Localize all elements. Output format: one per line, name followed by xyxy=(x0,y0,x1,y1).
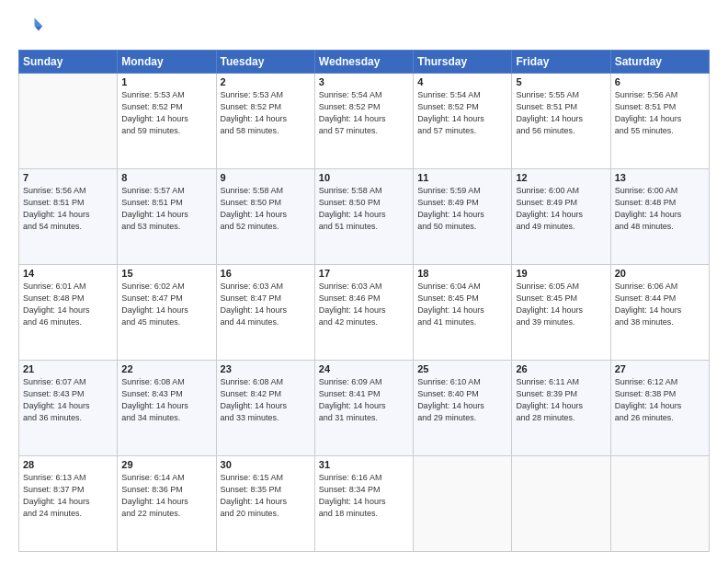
day-info: Sunrise: 6:07 AM Sunset: 8:43 PM Dayligh… xyxy=(23,376,113,424)
day-info: Sunrise: 5:54 AM Sunset: 8:52 PM Dayligh… xyxy=(417,89,507,137)
day-number: 6 xyxy=(615,76,705,87)
calendar-header-sunday: Sunday xyxy=(19,51,118,74)
day-info: Sunrise: 6:03 AM Sunset: 8:47 PM Dayligh… xyxy=(221,281,311,328)
calendar-header-saturday: Saturday xyxy=(610,51,709,74)
day-number: 27 xyxy=(615,363,705,374)
day-number: 15 xyxy=(121,268,211,279)
calendar-cell: 22Sunrise: 6:08 AM Sunset: 8:43 PM Dayli… xyxy=(118,361,216,456)
day-number: 18 xyxy=(417,268,507,279)
day-number: 2 xyxy=(221,76,311,87)
calendar-cell: 29Sunrise: 6:14 AM Sunset: 8:36 PM Dayli… xyxy=(118,456,216,552)
day-info: Sunrise: 5:56 AM Sunset: 8:51 PM Dayligh… xyxy=(23,185,113,233)
day-info: Sunrise: 6:13 AM Sunset: 8:37 PM Dayligh… xyxy=(23,472,113,520)
day-number: 11 xyxy=(417,172,507,183)
day-number: 14 xyxy=(23,268,113,279)
calendar-cell: 24Sunrise: 6:09 AM Sunset: 8:41 PM Dayli… xyxy=(314,361,413,456)
day-info: Sunrise: 5:58 AM Sunset: 8:50 PM Dayligh… xyxy=(221,185,311,233)
day-info: Sunrise: 6:05 AM Sunset: 8:45 PM Dayligh… xyxy=(516,281,606,328)
day-info: Sunrise: 6:09 AM Sunset: 8:41 PM Dayligh… xyxy=(319,376,409,424)
day-number: 1 xyxy=(121,76,211,87)
day-number: 28 xyxy=(23,459,113,470)
day-info: Sunrise: 5:55 AM Sunset: 8:51 PM Dayligh… xyxy=(516,89,606,137)
day-number: 8 xyxy=(121,172,211,183)
calendar-cell: 17Sunrise: 6:03 AM Sunset: 8:46 PM Dayli… xyxy=(314,265,413,361)
calendar-cell: 11Sunrise: 5:59 AM Sunset: 8:49 PM Dayli… xyxy=(414,169,512,265)
calendar-header-tuesday: Tuesday xyxy=(216,51,314,74)
calendar-cell: 7Sunrise: 5:56 AM Sunset: 8:51 PM Daylig… xyxy=(19,169,118,265)
day-number: 4 xyxy=(417,76,507,87)
day-number: 12 xyxy=(516,172,606,183)
day-info: Sunrise: 6:11 AM Sunset: 8:39 PM Dayligh… xyxy=(516,376,606,424)
day-number: 16 xyxy=(221,268,311,279)
day-number: 20 xyxy=(615,268,705,279)
calendar-cell: 23Sunrise: 6:08 AM Sunset: 8:42 PM Dayli… xyxy=(216,361,314,456)
day-number: 26 xyxy=(516,363,606,374)
day-number: 24 xyxy=(319,363,409,374)
calendar-header-monday: Monday xyxy=(118,51,216,74)
day-number: 7 xyxy=(23,172,113,183)
day-info: Sunrise: 5:53 AM Sunset: 8:52 PM Dayligh… xyxy=(221,89,311,137)
day-number: 17 xyxy=(319,268,409,279)
calendar-cell: 3Sunrise: 5:54 AM Sunset: 8:52 PM Daylig… xyxy=(314,74,413,169)
calendar-cell: 15Sunrise: 6:02 AM Sunset: 8:47 PM Dayli… xyxy=(118,265,216,361)
day-info: Sunrise: 6:04 AM Sunset: 8:45 PM Dayligh… xyxy=(417,281,507,328)
day-info: Sunrise: 5:54 AM Sunset: 8:52 PM Dayligh… xyxy=(319,89,409,137)
day-info: Sunrise: 6:16 AM Sunset: 8:34 PM Dayligh… xyxy=(319,472,409,520)
day-info: Sunrise: 6:12 AM Sunset: 8:38 PM Dayligh… xyxy=(615,376,705,424)
day-number: 22 xyxy=(121,363,211,374)
day-number: 25 xyxy=(417,363,507,374)
day-info: Sunrise: 6:06 AM Sunset: 8:44 PM Dayligh… xyxy=(615,281,705,328)
calendar-cell xyxy=(414,456,512,552)
calendar-cell: 26Sunrise: 6:11 AM Sunset: 8:39 PM Dayli… xyxy=(512,361,610,456)
day-number: 29 xyxy=(121,459,211,470)
calendar-cell xyxy=(610,456,709,552)
day-number: 30 xyxy=(221,459,311,470)
day-number: 3 xyxy=(319,76,409,87)
calendar-cell: 27Sunrise: 6:12 AM Sunset: 8:38 PM Dayli… xyxy=(610,361,709,456)
day-info: Sunrise: 6:02 AM Sunset: 8:47 PM Dayligh… xyxy=(121,281,211,328)
calendar-table: SundayMondayTuesdayWednesdayThursdayFrid… xyxy=(18,50,710,552)
calendar-cell: 31Sunrise: 6:16 AM Sunset: 8:34 PM Dayli… xyxy=(314,456,413,552)
day-number: 19 xyxy=(516,268,606,279)
day-info: Sunrise: 6:10 AM Sunset: 8:40 PM Dayligh… xyxy=(417,376,507,424)
day-info: Sunrise: 6:08 AM Sunset: 8:43 PM Dayligh… xyxy=(121,376,211,424)
calendar-week-4: 28Sunrise: 6:13 AM Sunset: 8:37 PM Dayli… xyxy=(19,456,710,552)
calendar-week-0: 1Sunrise: 5:53 AM Sunset: 8:52 PM Daylig… xyxy=(19,74,710,169)
calendar-cell: 10Sunrise: 5:58 AM Sunset: 8:50 PM Dayli… xyxy=(314,169,413,265)
day-info: Sunrise: 6:00 AM Sunset: 8:48 PM Dayligh… xyxy=(615,185,705,233)
calendar-cell: 9Sunrise: 5:58 AM Sunset: 8:50 PM Daylig… xyxy=(216,169,314,265)
day-info: Sunrise: 6:08 AM Sunset: 8:42 PM Dayligh… xyxy=(221,376,311,424)
calendar-cell: 25Sunrise: 6:10 AM Sunset: 8:40 PM Dayli… xyxy=(414,361,512,456)
day-info: Sunrise: 5:56 AM Sunset: 8:51 PM Dayligh… xyxy=(615,89,705,137)
svg-marker-1 xyxy=(35,26,43,30)
calendar-cell: 2Sunrise: 5:53 AM Sunset: 8:52 PM Daylig… xyxy=(216,74,314,169)
calendar-header-wednesday: Wednesday xyxy=(314,51,413,74)
day-number: 23 xyxy=(221,363,311,374)
day-info: Sunrise: 6:03 AM Sunset: 8:46 PM Dayligh… xyxy=(319,281,409,328)
calendar-cell: 4Sunrise: 5:54 AM Sunset: 8:52 PM Daylig… xyxy=(414,74,512,169)
calendar-cell: 5Sunrise: 5:55 AM Sunset: 8:51 PM Daylig… xyxy=(512,74,610,169)
calendar-week-2: 14Sunrise: 6:01 AM Sunset: 8:48 PM Dayli… xyxy=(19,265,710,361)
calendar-cell: 19Sunrise: 6:05 AM Sunset: 8:45 PM Dayli… xyxy=(512,265,610,361)
calendar-cell: 13Sunrise: 6:00 AM Sunset: 8:48 PM Dayli… xyxy=(610,169,709,265)
header xyxy=(18,15,710,40)
day-info: Sunrise: 6:00 AM Sunset: 8:49 PM Dayligh… xyxy=(516,185,606,233)
day-number: 31 xyxy=(319,459,409,470)
calendar-header-friday: Friday xyxy=(512,51,610,74)
calendar-cell xyxy=(512,456,610,552)
calendar-cell: 12Sunrise: 6:00 AM Sunset: 8:49 PM Dayli… xyxy=(512,169,610,265)
day-info: Sunrise: 5:58 AM Sunset: 8:50 PM Dayligh… xyxy=(319,185,409,233)
calendar-cell: 16Sunrise: 6:03 AM Sunset: 8:47 PM Dayli… xyxy=(216,265,314,361)
logo-icon xyxy=(18,15,44,40)
day-number: 10 xyxy=(319,172,409,183)
calendar-cell: 6Sunrise: 5:56 AM Sunset: 8:51 PM Daylig… xyxy=(610,74,709,169)
svg-marker-0 xyxy=(35,18,43,27)
day-info: Sunrise: 5:59 AM Sunset: 8:49 PM Dayligh… xyxy=(417,185,507,233)
calendar-cell: 14Sunrise: 6:01 AM Sunset: 8:48 PM Dayli… xyxy=(19,265,118,361)
calendar-cell: 21Sunrise: 6:07 AM Sunset: 8:43 PM Dayli… xyxy=(19,361,118,456)
day-number: 21 xyxy=(23,363,113,374)
calendar-cell: 28Sunrise: 6:13 AM Sunset: 8:37 PM Dayli… xyxy=(19,456,118,552)
calendar-week-1: 7Sunrise: 5:56 AM Sunset: 8:51 PM Daylig… xyxy=(19,169,710,265)
day-number: 9 xyxy=(221,172,311,183)
calendar-cell: 20Sunrise: 6:06 AM Sunset: 8:44 PM Dayli… xyxy=(610,265,709,361)
